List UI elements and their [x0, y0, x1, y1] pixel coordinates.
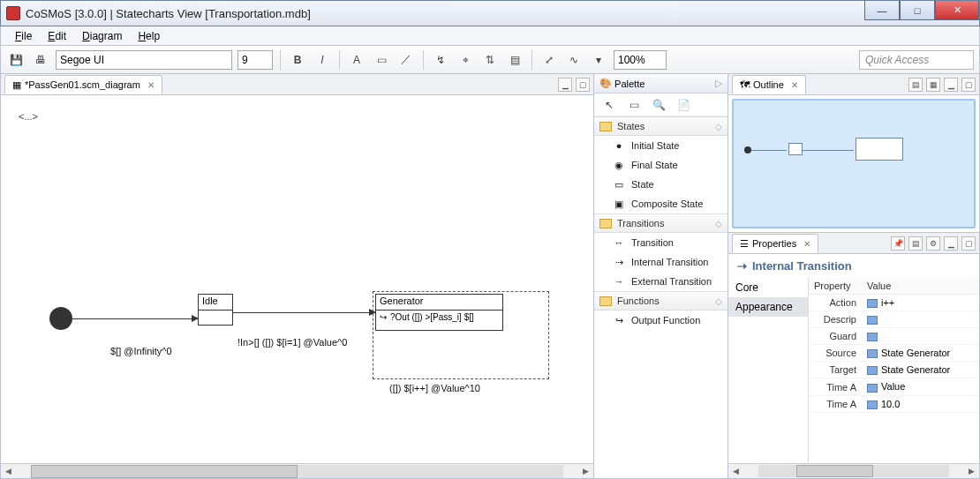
property-row[interactable]: Actioni++	[809, 295, 979, 311]
font-color-button[interactable]: A	[347, 50, 366, 70]
zoom-tool[interactable]: 🔍	[649, 95, 668, 115]
print-button[interactable]: 🖶	[31, 50, 50, 70]
transition-line[interactable]	[233, 312, 375, 313]
palette-header[interactable]: 🎨 Palette ▷	[594, 74, 727, 94]
maximize-view-button[interactable]: ▢	[961, 236, 976, 251]
palette-item-initial-state[interactable]: ●Initial State	[594, 136, 727, 155]
editor-tab[interactable]: ▦ *PassGen01.scm_diagram ✕	[4, 75, 162, 94]
outline-mode1-button[interactable]: ▤	[908, 78, 923, 92]
props-cat-button[interactable]: ▤	[908, 236, 923, 251]
property-row[interactable]: SourceState Generator	[809, 345, 979, 362]
col-value[interactable]: Value	[862, 278, 979, 295]
category-label: Transitions	[617, 218, 664, 228]
router-button[interactable]: ↯	[431, 50, 450, 70]
prop-value[interactable]: State Generator	[881, 364, 950, 375]
fill-color-button[interactable]: ▭	[372, 50, 391, 70]
align-button[interactable]: ▤	[505, 50, 524, 70]
properties-category-core[interactable]: Core	[728, 278, 808, 297]
zoom-reset-button[interactable]: ⤢	[539, 50, 559, 70]
pointer-tool[interactable]: ↖	[599, 95, 619, 115]
editor-hscrollbar[interactable]: ◀ ▶	[1, 463, 593, 478]
scroll-left-icon[interactable]: ◀	[728, 467, 743, 475]
marquee-tool[interactable]: ▭	[624, 95, 644, 115]
minimize-button[interactable]: —	[864, 1, 900, 20]
outline-tab[interactable]: 🗺 Outline ✕	[732, 75, 806, 94]
minimize-view-button[interactable]: ▁	[944, 78, 958, 92]
scroll-right-icon[interactable]: ▶	[964, 467, 979, 475]
select-button[interactable]: ⌖	[456, 50, 475, 70]
close-tab-icon[interactable]: ✕	[788, 80, 798, 90]
property-row[interactable]: Time A10.0	[809, 395, 979, 412]
bold-button[interactable]: B	[288, 50, 307, 70]
autolayout-button[interactable]: ∿	[564, 50, 584, 70]
col-property[interactable]: Property	[809, 278, 862, 295]
diagram-canvas[interactable]: <...> Idle Generator ↪ ?Out ([]) >[Pass_…	[1, 95, 593, 463]
transition-label[interactable]: ([]) $[i++] @Value^10	[389, 383, 480, 393]
prop-value[interactable]: 10.0	[881, 399, 900, 409]
maximize-view-button[interactable]: ▢	[961, 78, 976, 92]
property-row[interactable]: Descrip	[809, 311, 979, 328]
font-select[interactable]	[56, 50, 232, 70]
palette-item-composite-state[interactable]: ▣Composite State	[594, 194, 727, 213]
menu-file[interactable]: File	[8, 28, 39, 44]
properties-grid: PropertyValue Actioni++ Descrip Guard So…	[808, 278, 979, 463]
palette-category-functions[interactable]: Functions ◇	[594, 291, 727, 311]
save-button[interactable]: 💾	[6, 50, 26, 70]
minimize-view-button[interactable]: ▁	[558, 78, 572, 92]
prop-value[interactable]: Value	[881, 381, 905, 392]
quick-access[interactable]: Quick Access	[859, 50, 974, 70]
value-icon	[867, 384, 878, 393]
prop-name: Source	[809, 345, 862, 362]
palette-item-external-transition[interactable]: →External Transition	[594, 272, 727, 291]
props-pin-button[interactable]: 📌	[891, 236, 905, 251]
scroll-thumb[interactable]	[796, 465, 872, 477]
properties-tab[interactable]: ☰ Properties ✕	[732, 234, 818, 253]
properties-category-appearance[interactable]: Appearance	[728, 297, 808, 317]
editor-tab-label: *PassGen01.scm_diagram	[25, 79, 140, 90]
outline-mode2-button[interactable]: ▦	[926, 78, 940, 92]
folder-icon	[599, 219, 612, 228]
property-row[interactable]: Time AValue	[809, 378, 979, 395]
palette-item-internal-transition[interactable]: ⇢Internal Transition	[594, 252, 727, 272]
close-button[interactable]: ✕	[935, 1, 979, 20]
menu-edit[interactable]: Edit	[41, 28, 73, 44]
outline-minimap[interactable]	[732, 99, 976, 228]
transition-line[interactable]	[72, 318, 198, 319]
palette-collapse-icon[interactable]: ▷	[715, 78, 722, 89]
scroll-right-icon[interactable]: ▶	[578, 467, 593, 475]
scroll-thumb[interactable]	[31, 465, 298, 478]
maximize-button[interactable]: □	[900, 1, 935, 20]
palette-category-states[interactable]: States ◇	[594, 116, 727, 136]
property-row[interactable]: TargetState Generator	[809, 362, 979, 378]
scroll-left-icon[interactable]: ◀	[1, 467, 16, 475]
menu-diagram[interactable]: Diagram	[75, 28, 129, 44]
menu-help[interactable]: Help	[131, 28, 167, 44]
minimize-view-button[interactable]: ▁	[944, 236, 958, 251]
arrange-button[interactable]: ⇅	[480, 50, 500, 70]
property-row[interactable]: Guard	[809, 328, 979, 345]
palette-item-output-function[interactable]: ↪Output Function	[594, 311, 727, 330]
palette-item-transition[interactable]: ↔Transition	[594, 233, 727, 252]
filter-button[interactable]: ▾	[589, 50, 608, 70]
palette-item-final-state[interactable]: ◉Final State	[594, 155, 727, 175]
maximize-view-button[interactable]: ▢	[576, 78, 590, 92]
properties-hscrollbar[interactable]: ◀ ▶	[728, 463, 979, 478]
prop-value[interactable]: i++	[881, 297, 894, 308]
close-tab-icon[interactable]: ✕	[800, 239, 810, 249]
close-tab-icon[interactable]: ✕	[144, 80, 155, 90]
transition-label[interactable]: $[] @Infinity^0	[110, 346, 172, 356]
transition-label[interactable]: !In>[] ([]) $[i=1] @Value^0	[237, 337, 347, 348]
italic-button[interactable]: I	[313, 50, 332, 70]
size-select[interactable]	[237, 50, 273, 70]
properties-tabbar: ☰ Properties ✕ 📌 ▤ ⚙ ▁ ▢	[728, 233, 979, 254]
note-tool[interactable]: 📄	[674, 95, 693, 115]
prop-value[interactable]: State Generator	[881, 348, 950, 358]
zoom-select[interactable]	[614, 50, 667, 70]
props-adv-button[interactable]: ⚙	[926, 236, 940, 251]
state-idle-node[interactable]: Idle	[198, 294, 233, 326]
selection-box[interactable]	[373, 291, 549, 379]
line-color-button[interactable]: ／	[396, 50, 416, 70]
palette-item-state[interactable]: ▭State	[594, 175, 727, 194]
initial-state-node[interactable]	[49, 307, 72, 330]
palette-category-transitions[interactable]: Transitions ◇	[594, 213, 727, 233]
